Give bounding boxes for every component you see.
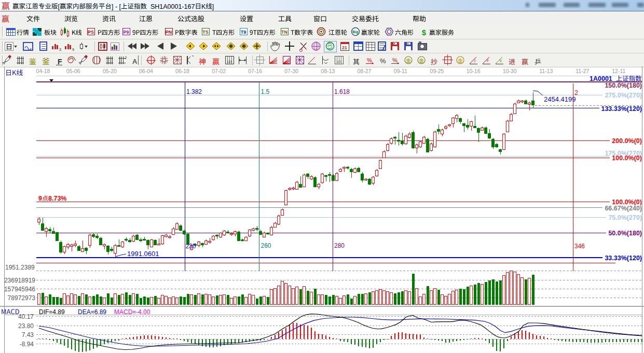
- svg-text:236918919: 236918919: [4, 277, 35, 284]
- svg-text:275.0%(270): 275.0%(270): [605, 92, 642, 99]
- svg-text:200.0%(0): 200.0%(0): [612, 137, 642, 145]
- svg-text:78972973: 78972973: [8, 294, 36, 302]
- svg-text:21: 21: [342, 45, 347, 50]
- svg-text:8.73%: 8.73%: [48, 195, 66, 202]
- svg-text:1A0001: 1A0001: [590, 75, 616, 82]
- svg-text:3: 3: [59, 48, 61, 51]
- svg-text:33.33%(120): 33.33%(120): [605, 255, 642, 262]
- svg-text:]: ]: [212, 3, 214, 10]
- svg-text:%: %: [380, 57, 386, 65]
- svg-text:11-27: 11-27: [576, 68, 589, 74]
- svg-text:P9: P9: [123, 30, 129, 35]
- svg-text:04-18: 04-18: [36, 68, 50, 74]
- svg-text:06-18: 06-18: [175, 68, 189, 74]
- svg-text:1991.0601: 1991.0601: [127, 250, 159, 258]
- svg-text:66.67%(240): 66.67%(240): [605, 205, 642, 212]
- svg-text:05-06: 05-06: [66, 68, 80, 74]
- svg-text:$: $: [422, 28, 427, 37]
- svg-text:F: F: [487, 59, 489, 63]
- svg-text:07-16: 07-16: [248, 68, 262, 74]
- svg-text:07-02: 07-02: [212, 68, 226, 74]
- svg-text:J: J: [474, 59, 476, 63]
- svg-text:150.0%(180): 150.0%(180): [605, 82, 642, 89]
- svg-text:123: 123: [336, 60, 342, 63]
- svg-text:1.5: 1.5: [261, 88, 270, 95]
- svg-text:09-25: 09-25: [430, 68, 444, 74]
- svg-text:9: 9: [38, 195, 42, 202]
- svg-text:TN: TN: [281, 30, 287, 35]
- svg-text:] - [: ] - [: [112, 3, 121, 10]
- svg-text:23.80: 23.80: [18, 322, 34, 330]
- svg-text:100.0%(0): 100.0%(0): [612, 154, 642, 162]
- svg-text:50.0%(180): 50.0%(180): [608, 230, 642, 237]
- svg-text:40.17: 40.17: [18, 313, 34, 320]
- svg-text:-8.94: -8.94: [20, 341, 34, 348]
- svg-text:346: 346: [574, 243, 585, 250]
- svg-text:E: E: [500, 59, 502, 63]
- svg-text:[: [: [58, 3, 60, 10]
- svg-text:10-16: 10-16: [467, 68, 481, 74]
- svg-text:A: A: [132, 58, 138, 65]
- svg-text:": ": [192, 54, 194, 60]
- svg-text:75.0%(270): 75.0%(270): [608, 214, 642, 221]
- svg-text:123: 123: [227, 60, 232, 63]
- svg-text:11-13: 11-13: [539, 68, 553, 74]
- svg-text:TS: TS: [202, 30, 209, 35]
- svg-text:1951.2389: 1951.2389: [5, 264, 35, 271]
- svg-text:9: 9: [72, 48, 74, 51]
- svg-text:230: 230: [186, 243, 196, 250]
- svg-text:%: %: [367, 57, 372, 63]
- svg-text:08-13: 08-13: [321, 68, 335, 74]
- svg-text:10-30: 10-30: [503, 68, 517, 74]
- svg-text:2454.4199: 2454.4199: [544, 95, 576, 103]
- svg-text:133.33%(120): 133.33%(120): [601, 105, 642, 112]
- svg-text:09-11: 09-11: [394, 68, 407, 74]
- svg-text:2: 2: [125, 55, 127, 60]
- svg-text:260: 260: [261, 242, 271, 249]
- svg-text:07-30: 07-30: [284, 68, 298, 74]
- svg-text:PN: PN: [166, 30, 172, 35]
- svg-text:T9: T9: [241, 30, 246, 35]
- svg-text:1.382: 1.382: [186, 88, 202, 95]
- svg-text:SH1A0001-167: SH1A0001-167: [147, 3, 195, 10]
- svg-text:12-11: 12-11: [612, 68, 625, 74]
- svg-text:Big: Big: [352, 30, 358, 34]
- svg-text:1.618: 1.618: [334, 88, 350, 95]
- svg-text:06-04: 06-04: [139, 68, 153, 74]
- svg-text:K: K: [201, 3, 206, 10]
- svg-text:PS: PS: [88, 30, 94, 35]
- svg-text:157945946: 157945946: [4, 286, 35, 293]
- svg-text:7.43: 7.43: [22, 331, 34, 338]
- svg-text:08-27: 08-27: [357, 68, 371, 74]
- svg-text:%: %: [392, 57, 398, 63]
- svg-text:05-20: 05-20: [103, 68, 117, 74]
- svg-text:280: 280: [334, 242, 345, 249]
